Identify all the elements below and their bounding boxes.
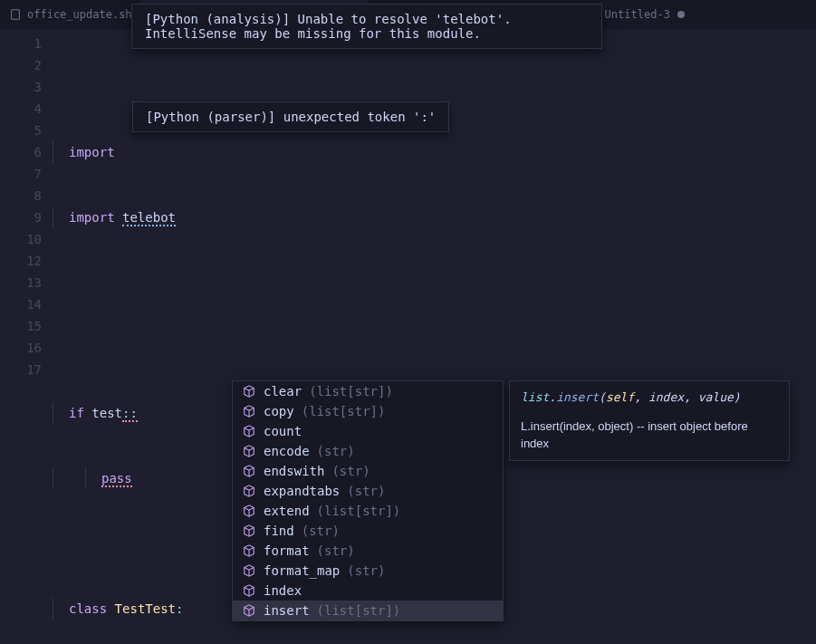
editor[interactable]: 1 2 3 4 5 6 7 8 9 10 12 13 14 15 16 17 i… <box>0 29 816 644</box>
line-number: 4 <box>0 98 42 120</box>
autocomplete-item[interactable]: find (str) <box>233 521 503 541</box>
keyword: if <box>69 406 84 420</box>
tooltip-text: [Python (parser)] unexpected token ':' <box>146 110 436 124</box>
file-icon <box>9 8 22 21</box>
line-number: 15 <box>0 315 42 337</box>
autocomplete-label: expandtabs <box>264 484 340 498</box>
autocomplete-label: count <box>264 424 302 438</box>
autocomplete-hint: (str) <box>317 543 355 558</box>
keyword: class <box>69 601 107 616</box>
code-line[interactable]: import telebot <box>53 207 816 228</box>
autocomplete-label: endswith <box>264 464 324 478</box>
method-icon <box>242 484 256 498</box>
tooltip-text: [Python (analysis)] Unable to resolve 't… <box>145 12 512 41</box>
autocomplete-label: index <box>264 583 302 598</box>
code-line[interactable]: import <box>53 141 816 163</box>
identifier: test <box>91 406 122 420</box>
method-icon <box>242 583 256 598</box>
method-icon <box>242 524 256 538</box>
autocomplete-hint: (list[str]) <box>317 504 401 518</box>
autocomplete-label: encode <box>264 444 310 458</box>
autocomplete-item[interactable]: insert (list[str]) <box>233 601 503 620</box>
method-icon <box>242 404 256 418</box>
method-icon <box>242 563 256 578</box>
line-number: 5 <box>0 120 42 141</box>
doc-param: self <box>606 390 634 404</box>
line-number: 14 <box>0 293 42 315</box>
line-number: 13 <box>0 272 42 293</box>
method-icon <box>242 543 256 558</box>
line-number: 16 <box>0 337 42 359</box>
method-icon <box>242 444 256 458</box>
line-number: 17 <box>0 359 42 380</box>
autocomplete-item[interactable]: copy (list[str]) <box>233 401 503 421</box>
autocomplete-popup[interactable]: clear (list[str])copy (list[str])counten… <box>232 380 504 621</box>
autocomplete-item[interactable]: encode (str) <box>233 441 503 461</box>
autocomplete-item[interactable]: format_map (str) <box>233 561 503 581</box>
documentation-popup: list.insert(self, index, value) L.insert… <box>509 380 790 461</box>
line-number: 7 <box>0 163 42 185</box>
tab-label: Untitled-3 <box>605 8 670 21</box>
module-name: telebot <box>122 210 176 226</box>
line-number: 9 <box>0 207 42 228</box>
autocomplete-item[interactable]: extend (list[str]) <box>233 501 503 521</box>
diagnostic-tooltip-telebot: [Python (analysis)] Unable to resolve 't… <box>131 4 602 49</box>
keyword: import <box>69 145 115 159</box>
method-icon <box>242 504 256 518</box>
doc-fn: insert <box>556 390 599 404</box>
keyword: import <box>69 210 115 225</box>
doc-type: list <box>521 390 549 404</box>
code-line[interactable] <box>53 76 816 98</box>
autocomplete-item[interactable]: format (str) <box>233 541 503 561</box>
tab-office-update[interactable]: office_update.sh <box>0 0 141 29</box>
autocomplete-hint: (str) <box>347 484 385 498</box>
autocomplete-item[interactable]: endswith (str) <box>233 461 503 481</box>
line-number: 12 <box>0 250 42 272</box>
syntax-error: :: <box>122 406 138 422</box>
method-icon <box>242 384 256 399</box>
line-number: 10 <box>0 228 42 250</box>
line-number: 1 <box>0 33 42 54</box>
close-icon[interactable] <box>676 9 686 20</box>
autocomplete-hint: (str) <box>331 464 370 478</box>
diagnostic-tooltip-parser: [Python (parser)] unexpected token ':' <box>132 101 449 132</box>
autocomplete-item[interactable]: count <box>233 421 503 441</box>
autocomplete-label: copy <box>264 404 294 418</box>
autocomplete-label: clear <box>264 384 302 399</box>
autocomplete-item[interactable]: index <box>233 581 503 601</box>
punct: : <box>176 601 183 616</box>
line-number: 3 <box>0 76 42 98</box>
autocomplete-hint: (list[str]) <box>317 603 401 618</box>
doc-body: L.insert(index, object) -- insert object… <box>521 418 778 453</box>
autocomplete-item[interactable]: expandtabs (str) <box>233 481 503 501</box>
method-icon <box>242 464 256 478</box>
line-number: 2 <box>0 54 42 76</box>
svg-rect-0 <box>12 10 20 20</box>
method-icon <box>242 603 256 618</box>
autocomplete-hint: (str) <box>317 444 355 458</box>
tab-label: office_update.sh <box>27 8 132 21</box>
class-name: TestTest <box>115 601 176 616</box>
doc-signature: list.insert(self, index, value) <box>521 389 778 407</box>
autocomplete-label: format <box>264 543 310 558</box>
line-number: 6 <box>0 141 42 163</box>
autocomplete-label: format_map <box>264 563 340 578</box>
autocomplete-hint: (list[str]) <box>302 404 386 418</box>
code-line[interactable] <box>53 337 816 359</box>
autocomplete-item[interactable]: clear (list[str]) <box>233 381 503 401</box>
autocomplete-hint: (str) <box>302 524 340 538</box>
autocomplete-label: insert <box>264 603 310 618</box>
code-line[interactable] <box>53 272 816 293</box>
line-number: 8 <box>0 185 42 207</box>
method-icon <box>242 424 256 438</box>
autocomplete-hint: (list[str]) <box>309 384 393 399</box>
autocomplete-label: extend <box>264 504 310 518</box>
gutter: 1 2 3 4 5 6 7 8 9 10 12 13 14 15 16 17 <box>0 29 53 644</box>
svg-point-7 <box>677 11 685 18</box>
autocomplete-hint: (str) <box>347 563 385 578</box>
autocomplete-label: find <box>264 524 294 538</box>
keyword: pass <box>101 471 132 487</box>
